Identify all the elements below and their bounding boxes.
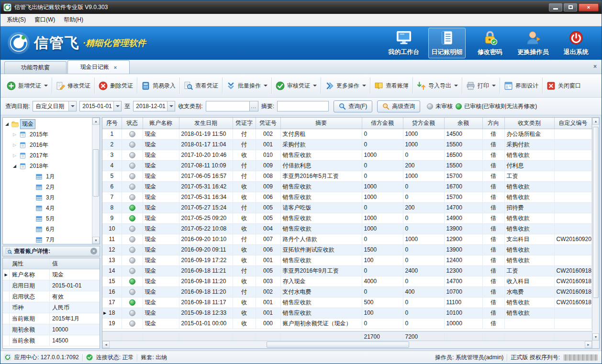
details-close-icon[interactable]: ×: [90, 248, 97, 254]
journal-row-3[interactable]: 3现金2017-10-20 10:46收010销售应收款1000016500借销…: [102, 150, 592, 160]
toolbar-button-impexp[interactable]: 导入导出: [413, 78, 461, 94]
category-input[interactable]: [206, 101, 250, 111]
toolbar-button-edit[interactable]: 修改凭证: [53, 78, 94, 94]
chevron-down-icon[interactable]: [113, 101, 121, 111]
journal-row-4[interactable]: 4现金2017-08-11 10:09付009付借款利息020015500借付利…: [102, 160, 592, 171]
tree-item-month-5[interactable]: 5月: [3, 213, 92, 224]
scrollbar-track[interactable]: [92, 125, 100, 237]
toolbar-button-add[interactable]: 新增凭证: [3, 78, 51, 94]
details-row[interactable]: 当前账期2015年1月: [3, 313, 100, 324]
grid-header-10[interactable]: 方向: [482, 118, 504, 129]
grid-header-12[interactable]: 自定义编号: [554, 118, 592, 129]
tree-item-month-6[interactable]: 6月: [3, 224, 92, 234]
journal-row-14[interactable]: 14现金2016-09-18 11:21付005李亚男2016年9月工资0240…: [102, 265, 592, 276]
banner-action-journal[interactable]: 日记账明细: [428, 28, 466, 58]
tree-item-month-4[interactable]: 4月: [3, 203, 92, 213]
table-scrollbar[interactable]: ▲ ▼: [592, 117, 600, 349]
tab-0[interactable]: 功能导航窗: [4, 61, 67, 74]
banner-action-power[interactable]: 退出系统: [557, 28, 595, 58]
expander-closed-icon[interactable]: ▷: [11, 143, 18, 147]
toolbar-button-batch[interactable]: 批量操作: [223, 78, 271, 94]
grid-header-5[interactable]: 凭证号: [256, 118, 280, 129]
tree-item-year-2015[interactable]: ▷2015年: [3, 129, 92, 140]
scroll-down-icon[interactable]: ▼: [592, 333, 599, 341]
journal-row-15[interactable]: 15现金2016-09-18 11:20收003存入现金4000014700借收…: [102, 276, 592, 287]
tab-1[interactable]: 现金日记账×: [67, 60, 130, 74]
menu-item-2[interactable]: 帮助(H): [59, 14, 88, 26]
menu-item-0[interactable]: 系统(S): [2, 14, 30, 26]
details-row[interactable]: 币种人民币: [3, 302, 100, 313]
details-row[interactable]: 启用日期2015-01-01: [3, 280, 100, 291]
close-button[interactable]: ×: [579, 3, 599, 11]
toolbar-button-design[interactable]: 界面设计: [501, 78, 542, 94]
scroll-up-icon[interactable]: ▲: [92, 118, 100, 125]
expander-closed-icon[interactable]: ▷: [11, 153, 18, 158]
toolbar-button-book[interactable]: 查看账簿: [371, 78, 412, 94]
grid-header-11[interactable]: 收支类别: [504, 118, 554, 129]
details-row[interactable]: 启用状态有效: [3, 291, 100, 302]
journal-row-7[interactable]: 7现金2017-05-31 16:34收006销售应收款1000015700借销…: [102, 192, 592, 202]
toolbar-button-closewin[interactable]: 关闭窗口: [543, 78, 584, 94]
tree-scrollbar[interactable]: ▲ ▼: [92, 118, 100, 244]
expander-open-icon[interactable]: ◢: [11, 164, 18, 168]
journal-row-5[interactable]: 5现金2017-06-05 16:57付008李亚男2016年5月工资01000…: [102, 171, 592, 181]
expander-closed-icon[interactable]: ▷: [11, 132, 18, 137]
banner-action-monitor[interactable]: 我的工作台: [385, 28, 423, 58]
journal-row-16[interactable]: 16现金2016-09-18 11:20付002支付水电费040010700借水…: [102, 287, 592, 297]
menu-item-1[interactable]: 窗口(W): [30, 14, 59, 26]
search-button[interactable]: 查询(F): [334, 100, 372, 112]
grid-header-2[interactable]: 账户名称: [143, 118, 179, 129]
scrollbar-thumb[interactable]: [93, 149, 99, 196]
toolbar-button-delete[interactable]: 删除凭证: [95, 78, 136, 94]
grid-header-1[interactable]: 状态: [122, 118, 143, 129]
toolbar-button-audit[interactable]: 审核凭证: [272, 78, 320, 94]
scrollbar-thumb[interactable]: [267, 342, 409, 348]
tree-item-month-3[interactable]: 3月: [3, 192, 92, 203]
date-to-picker[interactable]: 2018-12-01: [133, 101, 175, 111]
advanced-search-button[interactable]: 高级查询: [377, 100, 420, 112]
panel-close-icon[interactable]: ×: [593, 63, 597, 70]
journal-row-19[interactable]: 19现金2015-01-01 00:00收000账户期初余额凭证（现金）0010…: [102, 318, 592, 329]
journal-row-8[interactable]: 8现金2017-05-27 15:24付005请客户吃饭020014700借招待…: [102, 202, 592, 213]
grid-header-7[interactable]: 借方金额: [362, 118, 403, 129]
toolbar-button-more[interactable]: 更多操作: [322, 78, 369, 94]
details-row[interactable]: 当前余额14500: [3, 335, 100, 346]
tree-item-month-1[interactable]: 1月: [3, 171, 92, 182]
date-from-picker[interactable]: 2015-01-01: [79, 101, 122, 111]
journal-row-11[interactable]: 11现金2016-09-20 10:10付007路丹个人借款0100012900…: [102, 234, 592, 244]
date-mode-select[interactable]: 自定义日期: [33, 101, 77, 111]
banner-action-lock[interactable]: 修改密码: [471, 28, 509, 58]
journal-row-18[interactable]: ▶18现金2015-09-18 12:33收001销售应收款100010100借…: [102, 308, 592, 318]
tree-item-year-2017[interactable]: ▷2017年: [3, 150, 92, 161]
toolbar-button-print[interactable]: 打印: [463, 78, 499, 94]
maximize-button[interactable]: [564, 3, 577, 11]
category-picker-button[interactable]: ...: [250, 101, 258, 111]
journal-row-9[interactable]: 9现金2017-05-25 09:20收005销售应收款1000014900借销…: [102, 213, 592, 223]
expander-open-icon[interactable]: ◢: [4, 121, 10, 126]
grid-header-0[interactable]: 序号: [102, 118, 122, 129]
banner-action-operator[interactable]: 更换操作员: [514, 28, 552, 58]
horizontal-scrollbar[interactable]: ◄ ►: [102, 341, 592, 348]
scroll-left-icon[interactable]: ◄: [102, 341, 110, 348]
minimize-button[interactable]: [549, 3, 562, 11]
grid-header-6[interactable]: 摘要: [280, 118, 362, 129]
scroll-right-icon[interactable]: ►: [585, 341, 592, 348]
journal-row-13[interactable]: 13现金2016-09-19 17:22收001销售应收款100012400借销…: [102, 255, 592, 265]
chevron-down-icon[interactable]: [68, 101, 76, 111]
scrollbar-thumb[interactable]: [593, 127, 599, 298]
tab-close-icon[interactable]: ×: [114, 65, 117, 70]
journal-row-2[interactable]: 2现金2018-01-17 11:04付001采购付款0100015500借采购…: [102, 139, 592, 150]
tree-item-month-7[interactable]: 7月: [3, 234, 92, 244]
toolbar-button-view[interactable]: 查看凭证: [180, 78, 222, 94]
grid-header-4[interactable]: 凭证字: [233, 118, 256, 129]
scroll-up-icon[interactable]: ▲: [592, 118, 599, 125]
journal-row-17[interactable]: 17现金2016-09-18 11:17收001销售应收款500011100借销…: [102, 297, 592, 308]
chevron-down-icon[interactable]: [167, 101, 175, 111]
scroll-down-icon[interactable]: ▼: [92, 237, 100, 244]
summary-input[interactable]: [277, 101, 329, 111]
journal-row-10[interactable]: 10现金2017-05-22 10:08收004销售应收款1000013900借…: [102, 223, 592, 234]
toolbar-button-entry[interactable]: 简易录入: [138, 78, 179, 94]
tree-item-month-2[interactable]: 2月: [3, 182, 92, 192]
grid-header-9[interactable]: 余额: [444, 118, 482, 129]
details-row[interactable]: 期初余额10000: [3, 324, 100, 335]
